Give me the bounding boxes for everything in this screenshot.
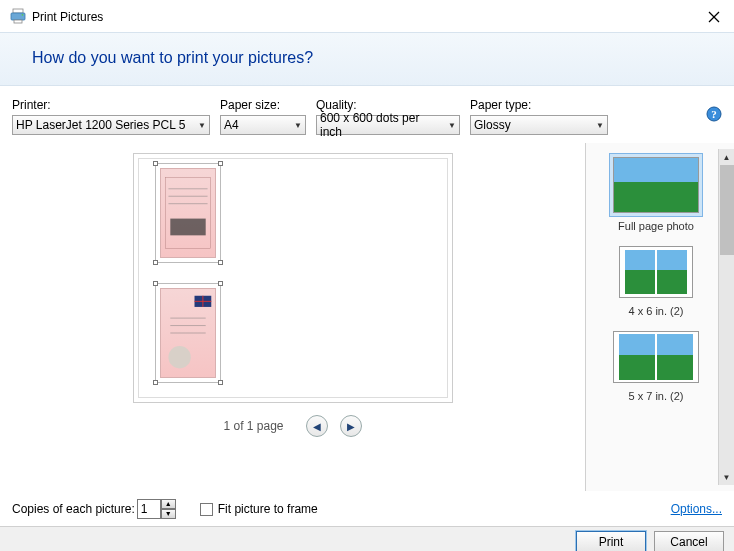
copies-label: Copies of each picture: bbox=[12, 502, 135, 516]
printer-select[interactable]: HP LaserJet 1200 Series PCL 5 ▼ bbox=[12, 115, 210, 135]
layout-full-page[interactable]: Full page photo bbox=[594, 149, 718, 238]
fit-frame-checkbox[interactable] bbox=[200, 503, 213, 516]
chevron-down-icon: ▼ bbox=[596, 121, 604, 130]
layout-scrollbar[interactable]: ▲ ▼ bbox=[718, 149, 734, 485]
svg-rect-12 bbox=[170, 219, 205, 236]
copies-input[interactable] bbox=[137, 499, 161, 519]
page-indicator: 1 of 1 page bbox=[223, 419, 283, 433]
chevron-down-icon: ▼ bbox=[448, 121, 456, 130]
layout-4x6[interactable]: 4 x 6 in. (2) bbox=[594, 238, 718, 323]
fit-frame-label: Fit picture to frame bbox=[218, 502, 318, 516]
chevron-down-icon: ▼ bbox=[198, 121, 206, 130]
dialog-footer: Print Cancel bbox=[0, 526, 734, 551]
svg-rect-0 bbox=[13, 9, 23, 13]
options-link[interactable]: Options... bbox=[671, 502, 722, 516]
copies-down-button[interactable]: ▼ bbox=[161, 509, 176, 519]
quality-label: Quality: bbox=[316, 98, 460, 112]
paper-type-label: Paper type: bbox=[470, 98, 608, 112]
next-page-button[interactable]: ▶ bbox=[340, 415, 362, 437]
paper-size-select[interactable]: A4 ▼ bbox=[220, 115, 306, 135]
prev-page-button[interactable]: ◀ bbox=[306, 415, 328, 437]
sheet-preview bbox=[133, 153, 453, 403]
svg-point-16 bbox=[168, 346, 190, 368]
paper-size-label: Paper size: bbox=[220, 98, 306, 112]
svg-rect-8 bbox=[165, 178, 210, 249]
scroll-down-icon[interactable]: ▼ bbox=[719, 469, 735, 485]
bottom-options-row: Copies of each picture: ▲ ▼ Fit picture … bbox=[0, 492, 734, 526]
layout-pane: Full page photo 4 x 6 in. (2) bbox=[585, 143, 734, 491]
svg-rect-2 bbox=[14, 20, 22, 23]
app-icon bbox=[10, 8, 26, 27]
scroll-up-icon[interactable]: ▲ bbox=[719, 149, 735, 165]
close-button[interactable] bbox=[704, 7, 724, 27]
paper-type-select[interactable]: Glossy ▼ bbox=[470, 115, 608, 135]
svg-point-3 bbox=[22, 13, 24, 15]
chevron-down-icon: ▼ bbox=[294, 121, 302, 130]
title-bar: Print Pictures bbox=[0, 0, 734, 32]
print-settings-row: Printer: HP LaserJet 1200 Series PCL 5 ▼… bbox=[0, 86, 734, 143]
quality-select[interactable]: 600 x 600 dots per inch ▼ bbox=[316, 115, 460, 135]
cancel-button[interactable]: Cancel bbox=[654, 531, 724, 551]
svg-text:?: ? bbox=[711, 108, 717, 120]
preview-pane: 1 of 1 page ◀ ▶ bbox=[0, 143, 585, 491]
copies-up-button[interactable]: ▲ bbox=[161, 499, 176, 509]
printer-label: Printer: bbox=[12, 98, 210, 112]
window-title: Print Pictures bbox=[32, 10, 103, 24]
page-heading: How do you want to print your pictures? bbox=[0, 32, 734, 86]
help-button[interactable]: ? bbox=[706, 106, 722, 127]
print-button[interactable]: Print bbox=[576, 531, 646, 551]
layout-5x7[interactable]: 5 x 7 in. (2) bbox=[594, 323, 718, 408]
